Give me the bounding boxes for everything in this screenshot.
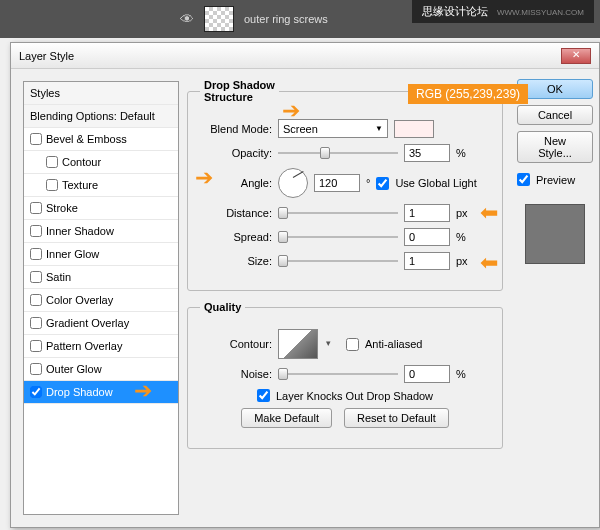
arrow-icon: ➔ <box>282 98 300 124</box>
contour-checkbox[interactable] <box>46 156 58 168</box>
global-light-label: Use Global Light <box>395 177 476 189</box>
color-overlay-checkbox[interactable] <box>30 294 42 306</box>
size-label: Size: <box>200 255 272 267</box>
drop-shadow-checkbox[interactable] <box>30 386 42 398</box>
noise-label: Noise: <box>200 368 272 380</box>
sidebar-item-styles[interactable]: Styles <box>24 82 178 105</box>
stroke-checkbox[interactable] <box>30 202 42 214</box>
arrow-icon: ⬅ <box>480 200 498 226</box>
texture-checkbox[interactable] <box>46 179 58 191</box>
make-default-button[interactable]: Make Default <box>241 408 332 428</box>
contour-label: Contour: <box>200 338 272 350</box>
knocks-out-checkbox[interactable] <box>257 389 270 402</box>
spread-slider[interactable] <box>278 229 398 245</box>
styles-sidebar: Styles Blending Options: Default Bevel &… <box>23 81 179 515</box>
reset-default-button[interactable]: Reset to Default <box>344 408 449 428</box>
new-style-button[interactable]: New Style... <box>517 131 593 163</box>
outer-glow-checkbox[interactable] <box>30 363 42 375</box>
sidebar-item-inner-glow[interactable]: Inner Glow <box>24 243 178 266</box>
inner-shadow-checkbox[interactable] <box>30 225 42 237</box>
quality-legend: Quality <box>200 301 245 313</box>
spread-input[interactable]: 0 <box>404 228 450 246</box>
layer-name[interactable]: outer ring screws <box>244 13 328 25</box>
color-swatch[interactable] <box>394 120 434 138</box>
spread-label: Spread: <box>200 231 272 243</box>
structure-legend: Drop Shadow <box>204 79 275 91</box>
contour-picker[interactable] <box>278 329 318 359</box>
bevel-checkbox[interactable] <box>30 133 42 145</box>
global-light-checkbox[interactable] <box>376 177 389 190</box>
angle-input[interactable]: 120 <box>314 174 360 192</box>
right-panel: OK Cancel New Style... Preview <box>511 69 599 527</box>
preview-label: Preview <box>536 174 575 186</box>
sidebar-item-blending[interactable]: Blending Options: Default <box>24 105 178 128</box>
sidebar-item-inner-shadow[interactable]: Inner Shadow <box>24 220 178 243</box>
size-slider[interactable] <box>278 253 398 269</box>
preview-box <box>525 204 585 264</box>
sidebar-item-drop-shadow[interactable]: Drop Shadow <box>24 381 178 404</box>
watermark: 思缘设计论坛 WWW.MISSYUAN.COM <box>412 0 594 23</box>
sidebar-item-texture[interactable]: Texture <box>24 174 178 197</box>
dialog-title: Layer Style <box>19 50 74 62</box>
arrow-icon: ➔ <box>195 165 213 191</box>
distance-slider[interactable] <box>278 205 398 221</box>
quality-fieldset: Quality Contour: Anti-aliased Noise: 0 % <box>187 301 503 449</box>
distance-label: Distance: <box>200 207 272 219</box>
blend-mode-label: Blend Mode: <box>200 123 272 135</box>
angle-dial[interactable] <box>278 168 308 198</box>
knocks-out-label: Layer Knocks Out Drop Shadow <box>276 390 433 402</box>
noise-input[interactable]: 0 <box>404 365 450 383</box>
distance-input[interactable]: 1 <box>404 204 450 222</box>
size-input[interactable]: 1 <box>404 252 450 270</box>
inner-glow-checkbox[interactable] <box>30 248 42 260</box>
anti-aliased-label: Anti-aliased <box>365 338 422 350</box>
noise-slider[interactable] <box>278 366 398 382</box>
sidebar-item-outer-glow[interactable]: Outer Glow <box>24 358 178 381</box>
titlebar[interactable]: Layer Style ✕ <box>11 43 599 69</box>
arrow-icon: ⬅ <box>480 250 498 276</box>
sidebar-item-satin[interactable]: Satin <box>24 266 178 289</box>
anti-aliased-checkbox[interactable] <box>346 338 359 351</box>
opacity-input[interactable]: 35 <box>404 144 450 162</box>
structure-sub: Structure <box>204 91 253 103</box>
watermark-text: 思缘设计论坛 <box>422 5 488 17</box>
arrow-icon: ➔ <box>134 378 152 404</box>
opacity-slider[interactable] <box>278 145 398 161</box>
sidebar-item-bevel[interactable]: Bevel & Emboss <box>24 128 178 151</box>
opacity-label: Opacity: <box>200 147 272 159</box>
sidebar-item-color-overlay[interactable]: Color Overlay <box>24 289 178 312</box>
annotation-rgb: RGB (255,239,239) <box>408 84 528 104</box>
gradient-overlay-checkbox[interactable] <box>30 317 42 329</box>
spread-unit: % <box>456 231 474 243</box>
sidebar-item-stroke[interactable]: Stroke <box>24 197 178 220</box>
satin-checkbox[interactable] <box>30 271 42 283</box>
distance-unit: px <box>456 207 474 219</box>
opacity-unit: % <box>456 147 474 159</box>
preview-checkbox[interactable] <box>517 173 530 186</box>
layer-thumbnail[interactable] <box>204 6 234 32</box>
pattern-overlay-checkbox[interactable] <box>30 340 42 352</box>
cancel-button[interactable]: Cancel <box>517 105 593 125</box>
main-panel: Drop ShadowStructure Blend Mode: Screen … <box>179 69 511 527</box>
layer-style-dialog: Layer Style ✕ Styles Blending Options: D… <box>10 42 600 528</box>
ok-button[interactable]: OK <box>517 79 593 99</box>
visibility-icon[interactable]: 👁 <box>180 11 194 27</box>
sidebar-item-contour[interactable]: Contour <box>24 151 178 174</box>
structure-fieldset: Drop ShadowStructure Blend Mode: Screen … <box>187 79 503 291</box>
size-unit: px <box>456 255 474 267</box>
watermark-sub: WWW.MISSYUAN.COM <box>497 8 584 17</box>
angle-unit: ° <box>366 177 370 189</box>
close-button[interactable]: ✕ <box>561 48 591 64</box>
sidebar-item-gradient-overlay[interactable]: Gradient Overlay <box>24 312 178 335</box>
sidebar-item-pattern-overlay[interactable]: Pattern Overlay <box>24 335 178 358</box>
noise-unit: % <box>456 368 474 380</box>
